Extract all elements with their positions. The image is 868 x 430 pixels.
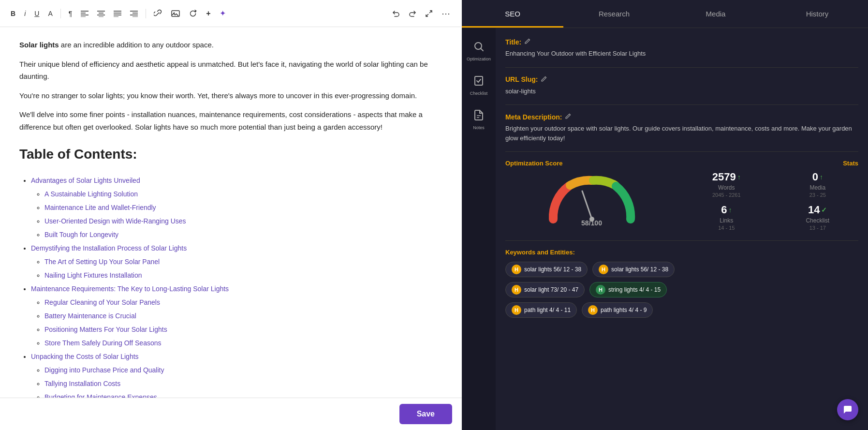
paragraph-button[interactable]: ¶ — [66, 8, 75, 19]
stat-arrow: ↑ — [728, 206, 732, 214]
toc-list: Advantages of Solar Lights UnveiledA Sus… — [19, 174, 442, 398]
sidebar-notes-btn[interactable]: Notes — [464, 104, 493, 135]
toc-link[interactable]: Demystifying the Installation Process of… — [31, 244, 187, 252]
toc-sub-link[interactable]: Positioning Matters For Your Solar Light… — [44, 326, 167, 333]
seo-body: Optimization Checklist — [462, 28, 868, 430]
toc-sub-list-item: User-Oriented Design with Wide-Ranging U… — [44, 214, 442, 228]
toc-sub-link[interactable]: Regular Cleaning of Your Solar Panels — [44, 298, 160, 306]
indent-button[interactable] — [127, 8, 141, 19]
toc-sub-list-item: Maintenance Lite and Wallet-Friendly — [44, 201, 442, 214]
tab-seo[interactable]: SEO — [462, 0, 563, 28]
title-label: Title: — [505, 38, 858, 46]
keywords-row: Hsolar lights 56/ 12 - 38Hsolar lights 5… — [505, 262, 858, 277]
more-button[interactable]: ⋯ — [439, 6, 454, 21]
keyword-badge[interactable]: Hsolar light 73/ 20 - 47 — [505, 282, 585, 297]
font-size-button[interactable]: A — [45, 8, 55, 19]
keyword-badge[interactable]: Hpath light 4/ 4 - 11 — [505, 302, 577, 318]
sidebar-checklist-btn[interactable]: Checklist — [464, 70, 493, 101]
checklist-icon — [473, 75, 485, 89]
rotate-button[interactable] — [186, 7, 200, 20]
score-stats-section: Optimization Score — [505, 160, 858, 231]
score-number: 58/100 — [581, 214, 602, 229]
underline-button[interactable]: U — [31, 8, 42, 19]
toolbar-actions: ⋯ — [389, 6, 454, 21]
toc-sub-list-item: Battery Maintenance is Crucial — [44, 309, 442, 323]
plus-button[interactable]: + — [203, 7, 213, 20]
url-slug-edit-icon[interactable] — [541, 75, 547, 84]
chat-button[interactable] — [837, 399, 858, 420]
keyword-badge[interactable]: Hsolar lights 56/ 12 - 38 — [505, 262, 588, 277]
toc-sub-link[interactable]: Built Tough for Longevity — [44, 231, 118, 238]
toc-list-item: Maintenance Requirements: The Key to Lon… — [31, 282, 442, 350]
toc-sub-link[interactable]: A Sustainable Lighting Solution — [44, 190, 138, 198]
toc-sub-list-item: Built Tough for Longevity — [44, 228, 442, 241]
para3: We'll delve into some finer points - ins… — [19, 108, 442, 133]
keywords-label: Keywords and Entities: — [505, 249, 858, 256]
align-justify-button[interactable] — [111, 8, 124, 19]
toc-list-item: Unpacking the Costs of Solar LightsDiggi… — [31, 350, 442, 398]
url-slug-value: solar-lights — [505, 87, 858, 96]
keyword-badge[interactable]: Hsolar lights 56/ 12 - 38 — [592, 262, 675, 277]
toc-sub-link[interactable]: Tallying Installation Costs — [44, 380, 120, 387]
keywords-row: Hsolar light 73/ 20 - 47Hstring lights 4… — [505, 282, 858, 297]
redo-button[interactable] — [406, 8, 419, 19]
keyword-text: solar lights 56/ 12 - 38 — [524, 266, 581, 273]
toc-sub-list-item: A Sustainable Lighting Solution — [44, 187, 442, 201]
toc-sub-link[interactable]: Digging into Purchase Price and Quality — [44, 366, 164, 374]
keyword-circle: H — [599, 265, 608, 274]
seo-tabs: SEO Research Media History — [462, 0, 868, 28]
para2: You're no stranger to solar lights; you … — [19, 89, 442, 102]
toc-sub-link[interactable]: Nailing Light Fixtures Installation — [44, 271, 142, 279]
stats-section: Stats 2579↑Words2045 - 22610↑Media23 - 2… — [686, 160, 858, 231]
link-button[interactable] — [151, 7, 165, 20]
divider-meta — [505, 151, 858, 152]
align-left-button[interactable] — [78, 8, 91, 19]
meta-desc-edit-icon[interactable] — [565, 113, 572, 121]
intro-bold: Solar lights — [19, 41, 59, 49]
toc-sub-link[interactable]: Budgeting for Maintenance Expenses — [44, 393, 157, 398]
keyword-circle: H — [512, 285, 521, 295]
title-value: Enhancing Your Outdoor with Efficient So… — [505, 49, 858, 59]
fullscreen-button[interactable] — [422, 8, 436, 19]
toc-link[interactable]: Maintenance Requirements: The Key to Lon… — [31, 285, 229, 293]
star-button[interactable]: ✦ — [217, 7, 229, 20]
editor-content[interactable]: Solar lights are an incredible addition … — [0, 27, 462, 398]
intro-text: are an incredible addition to any outdoo… — [59, 41, 214, 49]
meta-desc-value: Brighten your outdoor space with solar l… — [505, 124, 858, 143]
toc-list-item: Advantages of Solar Lights UnveiledA Sus… — [31, 174, 442, 241]
toc-list-item: Demystifying the Installation Process of… — [31, 241, 442, 282]
toc-sub-list-item: Store Them Safely During Off Seasons — [44, 336, 442, 350]
divider-slug — [505, 104, 858, 105]
toc-sub-link[interactable]: Battery Maintenance is Crucial — [44, 312, 136, 320]
bold-button[interactable]: B — [8, 8, 18, 19]
align-center-button[interactable] — [94, 8, 108, 19]
toc-heading: Table of Contents: — [19, 143, 442, 166]
editor-panel: B i U A ¶ — [0, 0, 462, 430]
image-button[interactable] — [168, 7, 183, 20]
notes-icon — [473, 109, 485, 123]
save-button[interactable]: Save — [399, 404, 452, 424]
toc-sub-link[interactable]: Maintenance Lite and Wallet-Friendly — [44, 204, 156, 211]
keyword-circle: H — [596, 285, 605, 295]
divider-score — [505, 240, 858, 241]
undo-button[interactable] — [389, 8, 403, 19]
editor-footer: Save — [0, 398, 462, 430]
italic-button[interactable]: i — [21, 8, 29, 19]
url-slug-label: URL Slug: — [505, 75, 858, 84]
tab-media[interactable]: Media — [665, 0, 766, 28]
stat-check: ✓ — [821, 206, 827, 214]
sidebar-notes-label: Notes — [473, 125, 485, 130]
tab-history[interactable]: History — [766, 0, 868, 28]
toc-sub-link[interactable]: User-Oriented Design with Wide-Ranging U… — [44, 217, 186, 225]
toc-link[interactable]: Advantages of Solar Lights Unveiled — [31, 177, 140, 184]
keyword-badge[interactable]: Hpath lights 4/ 4 - 9 — [582, 302, 653, 318]
keyword-badge[interactable]: Hstring lights 4/ 4 - 15 — [589, 282, 667, 297]
toc-link[interactable]: Unpacking the Costs of Solar Lights — [31, 353, 139, 360]
toc-sub-list-item: The Art of Setting Up Your Solar Panel — [44, 255, 442, 268]
toc-sub-list-item: Tallying Installation Costs — [44, 377, 442, 390]
title-edit-icon[interactable] — [524, 38, 531, 46]
sidebar-optimization-btn[interactable]: Optimization — [464, 36, 493, 66]
tab-research[interactable]: Research — [563, 0, 665, 28]
toc-sub-link[interactable]: The Art of Setting Up Your Solar Panel — [44, 258, 160, 266]
toc-sub-link[interactable]: Store Them Safely During Off Seasons — [44, 339, 162, 347]
